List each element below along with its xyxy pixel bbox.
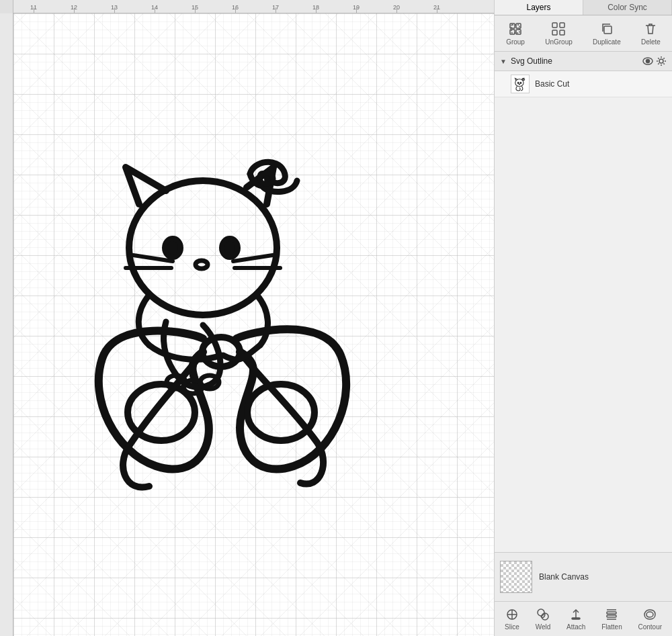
svg-point-28	[515, 79, 523, 87]
blank-canvas-area[interactable]: Blank Canvas	[495, 552, 672, 601]
svg-rect-16	[516, 24, 521, 28]
attach-label: Attach	[566, 623, 585, 631]
svg-rect-22	[552, 30, 557, 35]
attach-button[interactable]: Attach	[564, 606, 588, 632]
svg-point-11	[247, 384, 314, 441]
svg-rect-20	[552, 23, 557, 28]
layer-thumbnail	[511, 75, 530, 93]
delete-icon	[642, 21, 659, 37]
slice-icon	[505, 607, 519, 622]
svg-point-4	[196, 261, 208, 269]
layer-header[interactable]: ▼ Svg Outline	[495, 52, 672, 71]
slice-button[interactable]: Slice	[502, 606, 522, 632]
svg-rect-39	[607, 615, 616, 617]
canvas-swatch-pattern	[501, 561, 532, 592]
svg-rect-21	[560, 23, 564, 28]
canvas-content[interactable]	[13, 13, 494, 636]
layer-item-basic-cut[interactable]: Basic Cut	[495, 71, 672, 97]
svg-point-31	[519, 84, 519, 85]
svg-point-35	[538, 609, 544, 616]
ungroup-icon	[550, 21, 566, 37]
svg-rect-19	[511, 25, 519, 33]
flatten-icon	[604, 607, 619, 622]
svg-point-27	[659, 59, 663, 63]
layer-section: ▼ Svg Outline	[495, 52, 672, 552]
layer-collapse-icon[interactable]: ▼	[500, 58, 507, 65]
svg-line-7	[233, 255, 277, 261]
group-button[interactable]: Group	[502, 19, 529, 47]
svg-point-2	[165, 238, 181, 257]
svg-rect-17	[510, 30, 515, 34]
weld-button[interactable]: Weld	[533, 606, 554, 632]
delete-label: Delete	[641, 38, 661, 46]
svg-rect-15	[510, 24, 515, 28]
duplicate-icon	[599, 21, 615, 37]
layer-settings-icon[interactable]	[656, 56, 667, 66]
duplicate-label: Duplicate	[593, 38, 621, 46]
canvas-swatch	[500, 561, 532, 593]
right-panel: Layers Color Sync Group	[494, 0, 672, 636]
flatten-label: Flatten	[601, 623, 622, 631]
layer-visibility-icon[interactable]	[642, 56, 653, 66]
blank-canvas-label: Blank Canvas	[539, 572, 589, 582]
contour-label: Contour	[638, 623, 662, 631]
group-icon	[507, 21, 523, 37]
bottom-toolbar: Slice Weld Attach	[495, 601, 672, 636]
svg-rect-24	[604, 26, 612, 34]
flatten-button[interactable]: Flatten	[599, 606, 625, 632]
ruler-corner	[0, 0, 13, 13]
svg-point-26	[646, 60, 650, 63]
ruler-top: 11 12 13 14 15 16 17 18 19 20 21	[13, 0, 494, 13]
svg-rect-18	[516, 30, 521, 34]
tab-color-sync[interactable]: Color Sync	[583, 0, 672, 15]
weld-icon	[536, 607, 550, 622]
svg-point-29	[517, 82, 519, 83]
weld-label: Weld	[536, 623, 551, 631]
layer-item-label: Basic Cut	[535, 79, 569, 89]
svg-point-30	[520, 82, 521, 83]
layer-header-title: Svg Outline	[511, 56, 640, 66]
slice-label: Slice	[505, 623, 519, 631]
tab-bar: Layers Color Sync	[495, 0, 672, 15]
group-label: Group	[506, 38, 525, 46]
tab-layers[interactable]: Layers	[495, 0, 583, 15]
ruler-left	[0, 13, 13, 636]
hello-kitty-image[interactable]	[62, 124, 411, 527]
duplicate-button[interactable]: Duplicate	[589, 19, 625, 47]
svg-point-3	[222, 238, 238, 257]
ungroup-label: UnGroup	[545, 38, 573, 46]
layers-toolbar: Group UnGroup Duplicate	[495, 15, 672, 52]
svg-rect-38	[607, 612, 616, 614]
ungroup-button[interactable]: UnGroup	[541, 19, 577, 47]
canvas-area: 11 12 13 14 15 16 17 18 19 20 21	[0, 0, 494, 636]
svg-rect-37	[572, 618, 580, 619]
hello-kitty-svg	[62, 124, 411, 527]
attach-icon	[569, 607, 583, 622]
svg-rect-23	[560, 30, 564, 35]
delete-button[interactable]: Delete	[637, 19, 665, 47]
contour-icon	[642, 607, 657, 622]
contour-button[interactable]: Contour	[635, 606, 665, 632]
